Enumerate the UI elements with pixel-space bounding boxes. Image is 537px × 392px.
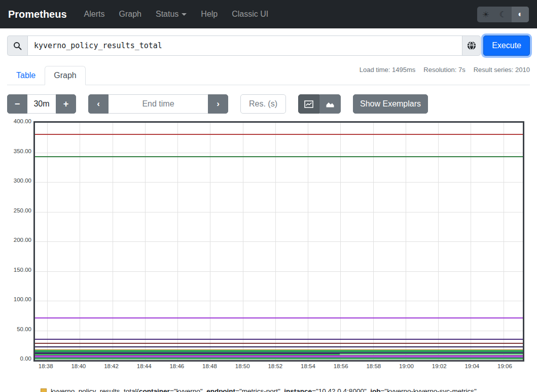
y-tick-label: 150.00 — [14, 267, 31, 273]
range-group: − + — [7, 94, 76, 114]
x-tick-label: 18:48 — [202, 363, 217, 369]
x-tick-label: 19:02 — [432, 363, 447, 369]
series-line — [340, 353, 523, 354]
nav-links: Alerts Graph Status Help Classic UI — [78, 6, 477, 23]
y-tick-label: 200.00 — [14, 237, 31, 243]
x-axis: 18:3818:4018:4218:4418:4618:4818:5018:52… — [33, 363, 524, 373]
x-tick-label: 18:56 — [334, 363, 348, 369]
x-tick-label: 18:42 — [104, 363, 119, 369]
nav-link-status[interactable]: Status — [150, 6, 193, 23]
x-tick-label: 18:54 — [301, 363, 315, 369]
nav-link-classic-ui[interactable]: Classic UI — [226, 6, 274, 23]
tab-table[interactable]: Table — [7, 66, 45, 85]
execute-button[interactable]: Execute — [483, 35, 530, 56]
legend-item[interactable]: kyverno_policy_results_total{container="… — [51, 386, 497, 392]
series-line — [35, 134, 523, 135]
nav-link-help[interactable]: Help — [195, 6, 224, 23]
result-series: Result series: 2010 — [474, 66, 530, 74]
y-tick-label: 100.00 — [14, 296, 31, 302]
y-tick-label: 350.00 — [14, 148, 31, 154]
stacked-chart-toggle[interactable] — [319, 94, 341, 114]
range-input[interactable] — [27, 94, 56, 114]
y-tick-label: 300.00 — [14, 177, 31, 184]
x-tick-label: 19:00 — [399, 363, 414, 369]
graph-controls: − + ‹ › Show Exemplars — [7, 94, 530, 114]
series-line — [35, 339, 523, 340]
series-line — [35, 156, 523, 157]
query-bar: Execute — [7, 35, 530, 56]
x-tick-label: 19:04 — [464, 363, 479, 369]
plot-area[interactable] — [33, 121, 524, 362]
circle-half-icon: ◐ — [518, 10, 523, 19]
range-increment-button[interactable]: + — [56, 94, 76, 114]
series-line — [35, 359, 523, 360]
metrics-explorer-button[interactable] — [462, 35, 481, 56]
search-addon — [7, 35, 27, 56]
dark-theme-button[interactable]: ☾ — [494, 7, 512, 22]
x-tick-label: 19:06 — [497, 363, 512, 369]
area-chart-icon — [326, 100, 335, 108]
series-line — [35, 343, 523, 344]
x-tick-label: 18:44 — [137, 363, 152, 369]
globe-icon — [467, 41, 476, 50]
tabs-row: Table Graph Load time: 1495ms Resolution… — [7, 64, 530, 85]
legend-series-label: kyverno_policy_results_total{container="… — [51, 387, 492, 392]
light-theme-button[interactable]: ☀ — [477, 7, 494, 22]
time-back-button[interactable]: ‹ — [88, 94, 109, 114]
chart: 0.0050.00100.00150.00200.00250.00300.003… — [7, 120, 537, 373]
time-forward-button[interactable]: › — [208, 94, 228, 114]
theme-toggle-group: ☀ ☾ ◐ — [477, 7, 529, 22]
line-chart-toggle[interactable] — [298, 94, 319, 114]
nav-link-alerts[interactable]: Alerts — [78, 6, 111, 23]
line-chart-icon — [304, 100, 313, 108]
legend-swatch — [41, 388, 47, 392]
sun-icon: ☀ — [482, 10, 489, 19]
x-tick-label: 18:52 — [268, 363, 282, 369]
range-decrement-button[interactable]: − — [7, 94, 27, 114]
y-axis: 0.0050.00100.00150.00200.00250.00300.003… — [7, 120, 32, 360]
x-tick-label: 18:38 — [39, 363, 53, 369]
resolution-input[interactable] — [240, 94, 286, 114]
caret-down-icon — [182, 13, 187, 16]
series-line — [35, 346, 523, 347]
series-line — [35, 317, 523, 318]
x-tick-label: 18:58 — [366, 363, 381, 369]
y-tick-label: 400.00 — [14, 118, 31, 124]
time-group: ‹ › — [88, 94, 228, 114]
navbar: Prometheus Alerts Graph Status Help Clas… — [0, 0, 537, 28]
search-icon — [13, 42, 22, 50]
query-input[interactable] — [27, 35, 462, 56]
chart-type-group — [298, 94, 341, 114]
y-tick-label: 50.00 — [17, 326, 31, 332]
moon-icon: ☾ — [499, 10, 507, 19]
x-tick-label: 18:40 — [71, 363, 86, 369]
end-time-input[interactable] — [109, 94, 208, 114]
y-tick-label: 250.00 — [14, 207, 31, 213]
tab-graph[interactable]: Graph — [45, 66, 85, 85]
auto-theme-button[interactable]: ◐ — [512, 7, 529, 22]
resolution: Resolution: 7s — [423, 66, 465, 74]
y-tick-label: 0.00 — [20, 355, 31, 362]
brand[interactable]: Prometheus — [8, 9, 67, 20]
query-stats: Load time: 1495ms Resolution: 7s Result … — [360, 66, 530, 74]
x-tick-label: 18:50 — [235, 363, 250, 369]
nav-link-graph[interactable]: Graph — [113, 6, 148, 23]
load-time: Load time: 1495ms — [360, 66, 416, 74]
x-tick-label: 18:46 — [169, 363, 184, 369]
show-exemplars-button[interactable]: Show Exemplars — [353, 94, 428, 114]
